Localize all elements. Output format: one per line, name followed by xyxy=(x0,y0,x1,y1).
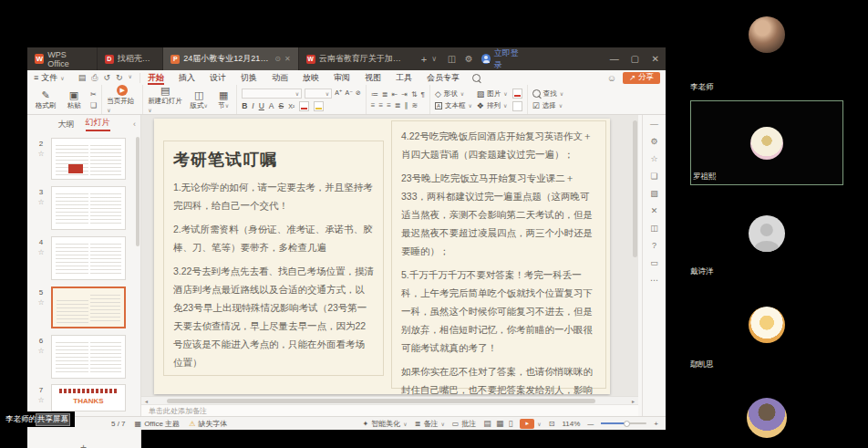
play-from-current-button[interactable]: ▶ 当页开始∨ xyxy=(107,85,138,114)
find-button[interactable]: 查找∨ xyxy=(532,89,563,99)
textbox-button[interactable]: A 文本框∨ xyxy=(435,101,472,110)
fit-screen-icon[interactable]: ⊡ xyxy=(549,420,555,428)
ribbon-tab-home[interactable]: 开始 xyxy=(140,70,171,85)
picture-button[interactable]: ▧ 图片∨ xyxy=(477,89,508,99)
select-button[interactable]: ☑ 选择∨ xyxy=(532,101,563,110)
rail-collapse-icon[interactable]: — xyxy=(650,120,658,129)
indent-icon[interactable]: ⇥ xyxy=(401,90,408,99)
ribbon-tab-review[interactable]: 审阅 xyxy=(326,70,357,85)
print-icon[interactable]: ⎙ xyxy=(91,73,98,83)
underline-button[interactable]: U xyxy=(259,101,264,110)
layout-button[interactable]: ◫ 版式∨ xyxy=(187,89,211,110)
line-spacing-icon[interactable]: ⇅ xyxy=(411,90,418,99)
new-tab-button[interactable]: + ∨ xyxy=(415,47,443,70)
rail-star-icon[interactable]: ☆ xyxy=(650,154,657,163)
arrange-button[interactable]: ❖ 排列∨ xyxy=(477,101,508,110)
slide-thumbnail-2[interactable] xyxy=(51,138,126,180)
missing-font-warning[interactable]: ⚠ 缺失字体 xyxy=(189,419,227,429)
close-button[interactable]: ✕ xyxy=(646,47,666,70)
scroll-left-icon[interactable]: ◂ xyxy=(145,398,148,404)
tab-close-icon[interactable]: ✕ xyxy=(284,55,291,63)
justify-icon[interactable]: ≣ xyxy=(395,101,401,109)
zoom-slider[interactable] xyxy=(601,422,646,424)
rail-crop-icon[interactable]: ✕ xyxy=(651,206,658,215)
ribbon-tab-view[interactable]: 视图 xyxy=(357,70,388,85)
share-button[interactable]: ↗ 分享 xyxy=(623,72,660,84)
cut-icon[interactable]: ✂ xyxy=(90,90,97,99)
zoom-out-icon[interactable]: — xyxy=(587,421,594,427)
slide-thumbnail-3[interactable] xyxy=(51,186,126,230)
align-center-icon[interactable]: ≡ xyxy=(378,101,383,109)
slide-thumbnail-4[interactable] xyxy=(51,236,126,280)
login-button[interactable]: 立即登录 xyxy=(481,47,525,71)
doc-tab-active[interactable]: P 24届小教专业12月21日考研班 ⊙ ✕ xyxy=(162,47,297,70)
panel-scrollbar[interactable] xyxy=(136,137,140,246)
slide-thumbnail-5-selected[interactable] xyxy=(51,287,126,328)
search-icon[interactable] xyxy=(472,74,480,82)
star-icon[interactable]: ☆ xyxy=(37,150,44,158)
add-slide-button[interactable]: + xyxy=(80,442,87,448)
minimize-button[interactable]: — xyxy=(604,47,625,70)
wps-brand[interactable]: W WPS Office xyxy=(27,47,97,70)
font-decrease-icon[interactable]: A⁻ xyxy=(346,89,353,97)
copy-icon[interactable]: ❏ xyxy=(90,101,97,109)
star-icon[interactable]: ☆ xyxy=(37,198,44,206)
font-size-select[interactable]: ∨ xyxy=(305,89,332,99)
view-normal-icon[interactable]: ▤ xyxy=(483,419,491,428)
ribbon-tab-insert[interactable]: 插入 xyxy=(171,70,202,85)
tab-outline[interactable]: 大纲 xyxy=(58,119,75,130)
rail-layers-icon[interactable]: ❏ xyxy=(650,172,657,181)
maximize-button[interactable]: ▢ xyxy=(625,47,646,70)
rail-reading-icon[interactable]: ◫ xyxy=(650,224,658,233)
font-increase-icon[interactable]: A⁺ xyxy=(335,89,342,97)
ribbon-tab-transition[interactable]: 切换 xyxy=(233,70,264,85)
slide-thumbnail-7[interactable]: THANKS xyxy=(51,384,126,412)
tab-list-icon[interactable]: ∨ xyxy=(431,55,437,63)
star-icon[interactable]: ☆ xyxy=(37,298,44,307)
vertical-scrollbar[interactable] xyxy=(633,120,637,257)
outdent-icon[interactable]: ⇤ xyxy=(392,90,398,99)
star-icon[interactable]: ☆ xyxy=(37,396,44,404)
numbering-icon[interactable]: ≣ xyxy=(382,90,388,99)
italic-button[interactable]: I xyxy=(252,101,253,110)
scroll-right-icon[interactable]: ▸ xyxy=(632,398,635,404)
smart-beautify-button[interactable]: ✦ 智能美化 ∨ xyxy=(363,419,408,429)
collapse-panel-icon[interactable]: ‹ xyxy=(133,120,136,129)
split-view-icon[interactable]: ◫ xyxy=(443,54,460,64)
doc-tab-writer[interactable]: W 云南省教育厅关于加强2024年硕士研 xyxy=(298,47,415,70)
rail-comment-icon[interactable]: ▭ xyxy=(650,258,658,267)
format-painter-button[interactable]: ✎ 格式刷 xyxy=(34,89,57,110)
comments-button[interactable]: ▭ 批注 xyxy=(452,419,477,429)
new-slide-button[interactable]: ▤ 新建幻灯片∨ xyxy=(148,85,182,114)
ribbon-tab-animation[interactable]: 动画 xyxy=(264,70,295,85)
highlight-color-swatch[interactable] xyxy=(314,101,324,111)
pin-icon[interactable]: ⊙ xyxy=(274,55,281,63)
rail-properties-icon[interactable]: ⚙ xyxy=(650,137,657,146)
zoom-slider-knob[interactable] xyxy=(624,421,630,427)
zoom-in-icon[interactable]: + xyxy=(654,420,658,428)
slide-thumbnail-6[interactable] xyxy=(51,335,126,379)
text-direction-icon[interactable]: ≋ xyxy=(412,101,418,109)
align-right-icon[interactable]: ≡ xyxy=(387,101,391,109)
view-sorter-icon[interactable]: ▦ xyxy=(496,419,504,428)
settings-gear-icon[interactable]: ⚙ xyxy=(460,54,478,64)
shadow-button[interactable]: A xyxy=(269,101,274,110)
active-speaker-tile[interactable]: 罗祖熙 xyxy=(690,100,843,185)
speaker-notes-button[interactable]: ≣ 备注 ∨ xyxy=(415,419,445,429)
slide-right-textbox[interactable]: 4.22号吃完晚饭后回酒店开始复习英语作文＋肖四大题背诵（四套题建议过完一遍）；… xyxy=(391,120,606,389)
star-icon[interactable]: ☆ xyxy=(37,347,44,355)
clear-format-icon[interactable]: ⊘ xyxy=(356,89,361,97)
font-name-select[interactable]: ∨ xyxy=(242,89,302,99)
ribbon-tab-design[interactable]: 设计 xyxy=(202,70,233,85)
theme-indicator[interactable]: ▦ Office 主题 xyxy=(135,419,181,429)
participant-tile[interactable]: 李老师 xyxy=(688,7,845,93)
ribbon-tab-member[interactable]: 会员专享 xyxy=(419,70,467,85)
ribbon-tab-slideshow[interactable]: 放映 xyxy=(295,70,326,85)
chevron-down-icon[interactable]: ∨ xyxy=(128,73,131,83)
view-reading-icon[interactable]: ▯ xyxy=(508,419,512,428)
bold-button[interactable]: B xyxy=(242,101,247,110)
save-icon[interactable]: ▤ xyxy=(78,73,87,83)
slideshow-button[interactable]: ▸ ∨ xyxy=(520,419,541,429)
paragraph-mark-icon[interactable]: ¶ xyxy=(421,90,425,99)
redo-icon[interactable]: ↻ xyxy=(116,73,123,83)
